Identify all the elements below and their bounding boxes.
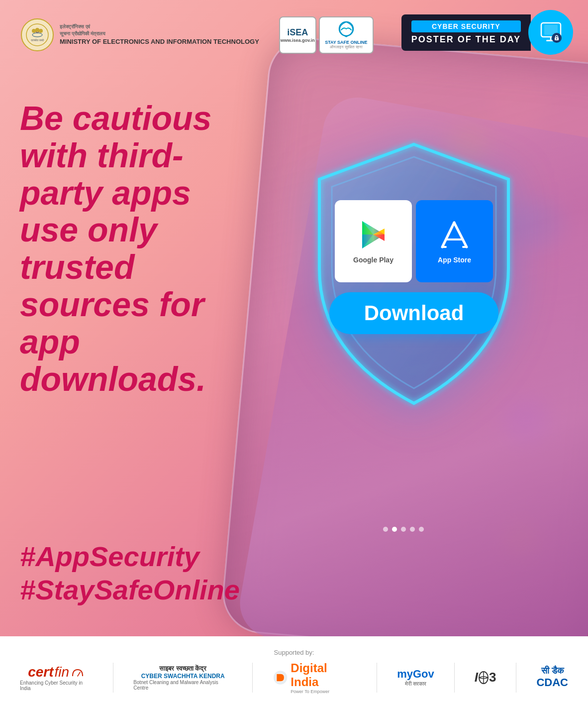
dot-5 xyxy=(419,527,424,532)
cert-in-logo: cert fin Enhancing Cyber Security in Ind… xyxy=(20,664,93,691)
svg-line-23 xyxy=(454,223,467,247)
svg-point-5 xyxy=(32,29,36,33)
mygov-logo: myGov मेरी सरकार xyxy=(397,668,434,687)
ic3-globe-icon xyxy=(478,671,489,685)
store-logos: Google Play App Store xyxy=(329,200,498,282)
cdac-logo: सी डैक CDAC xyxy=(536,666,568,689)
cyber-swachhta-sub: Botnet Cleaning and Malware Analysis Cen… xyxy=(133,680,232,691)
footer-divider-4 xyxy=(454,663,455,693)
cdac-hindi: सी डैक xyxy=(541,666,564,676)
svg-point-7 xyxy=(39,29,43,33)
footer-logos: cert fin Enhancing Cyber Security in Ind… xyxy=(20,661,568,694)
svg-point-6 xyxy=(35,28,39,32)
shield-container: Google Play App Store xyxy=(290,100,538,448)
cyber-bottom-label: POSTER OF THE DAY xyxy=(411,34,521,45)
header: 🦁 सत्यमेव जयते इलेक्ट्रॉनिक्स एवं सूचना … xyxy=(0,0,588,70)
dot-2 xyxy=(392,527,397,532)
footer-divider-5 xyxy=(516,663,516,693)
isea-logos: iSEA www.isea.gov.in STAY SAFE ONLINE ऑन… xyxy=(279,16,374,54)
dot-3 xyxy=(401,527,406,532)
phone-dots xyxy=(383,527,424,532)
footer: Supported by: cert fin Enhancing Cyber S… xyxy=(0,636,588,706)
svg-text:सत्यमेव जयते: सत्यमेव जयते xyxy=(30,38,45,42)
cyber-swachhta-logo: साइबर स्वच्छता केंद्र CYBER SWACHHTA KEN… xyxy=(133,665,232,691)
isea-logo-box: iSEA www.isea.gov.in xyxy=(279,16,316,54)
mygov-text: myGov xyxy=(397,668,434,681)
footer-divider-1 xyxy=(113,663,113,693)
shield-content: Google Play App Store xyxy=(329,200,498,334)
gov-hindi: इलेक्ट्रॉनिक्स एवं xyxy=(60,23,259,30)
mygov-sub: मेरी सरकार xyxy=(405,681,426,687)
cyber-swachhta-en: CYBER SWACHHTA KENDRA xyxy=(141,673,225,680)
gov-text: इलेक्ट्रॉनिक्स एवं सूचना प्रौद्योगिकी मं… xyxy=(60,23,259,46)
cdac-text: CDAC xyxy=(536,676,568,689)
digital-india-text: Digital India xyxy=(291,661,357,689)
stay-safe-logo: STAY SAFE ONLINE ऑनलाइन सुरक्षित रहना xyxy=(319,16,374,54)
gov-logo: 🦁 सत्यमेव जयते इलेक्ट्रॉनिक्स एवं सूचना … xyxy=(20,17,259,52)
main-heading-area: Be cautious with third-party apps use on… xyxy=(20,100,229,397)
google-play-icon xyxy=(357,219,390,251)
monitor-lock-icon xyxy=(537,19,565,46)
cert-logo-text: cert xyxy=(28,664,53,680)
cyber-security-badge: CYBER SECURITY POSTER OF THE DAY xyxy=(401,10,573,55)
logo-area: 🦁 सत्यमेव जयते इलेक्ट्रॉनिक्स एवं सूचना … xyxy=(20,16,374,54)
google-play-label: Google Play xyxy=(353,256,393,264)
app-store-icon xyxy=(438,219,471,251)
cyber-swachhta-hindi: साइबर स्वच्छता केंद्र xyxy=(159,665,206,673)
digital-india-icon xyxy=(273,670,288,686)
footer-divider-2 xyxy=(252,663,253,693)
stay-safe-text: STAY SAFE ONLINE xyxy=(325,40,367,45)
footer-divider-3 xyxy=(377,663,377,693)
cert-fin-text: fin xyxy=(55,664,70,680)
main-heading: Be cautious with third-party apps use on… xyxy=(20,100,229,397)
stay-safe-icon xyxy=(334,20,359,40)
stay-safe-sub: ऑनलाइन सुरक्षित रहना xyxy=(330,45,363,50)
hashtag-app-security: #AppSecurity xyxy=(20,540,240,573)
svg-marker-21 xyxy=(362,221,385,248)
hashtags-section: #AppSecurity #StaySafeOnline xyxy=(20,540,240,606)
cert-gauge-icon xyxy=(70,667,85,677)
india-emblem-icon: 🦁 सत्यमेव जयते xyxy=(20,17,55,52)
cyber-text-box: CYBER SECURITY POSTER OF THE DAY xyxy=(401,14,531,51)
app-store-label: App Store xyxy=(438,256,471,264)
google-play-box: Google Play xyxy=(335,200,412,282)
ic3-logo: I 3 xyxy=(475,670,496,685)
ministry-name: MINISTRY OF ELECTRONICS AND INFORMATION … xyxy=(60,37,259,46)
digital-india-logo: Digital India Power To Empower xyxy=(273,661,357,694)
app-store-box: App Store xyxy=(416,200,493,282)
dot-4 xyxy=(410,527,415,532)
cyber-top-label: CYBER SECURITY xyxy=(411,20,521,32)
gov-hindi2: सूचना प्रौद्योगिकी मंत्रालय xyxy=(60,30,259,37)
poster-container: 🦁 सत्यमेव जयते इलेक्ट्रॉनिक्स एवं सूचना … xyxy=(0,0,588,706)
dot-1 xyxy=(383,527,388,532)
cyber-icon-circle xyxy=(528,10,573,55)
svg-point-15 xyxy=(556,38,557,39)
cert-sub-text: Enhancing Cyber Security in India xyxy=(20,680,93,691)
supported-by-text: Supported by: xyxy=(274,649,314,656)
download-button[interactable]: Download xyxy=(329,292,498,334)
hashtag-stay-safe: #StaySafeOnline xyxy=(20,573,240,606)
svg-line-22 xyxy=(442,223,454,247)
